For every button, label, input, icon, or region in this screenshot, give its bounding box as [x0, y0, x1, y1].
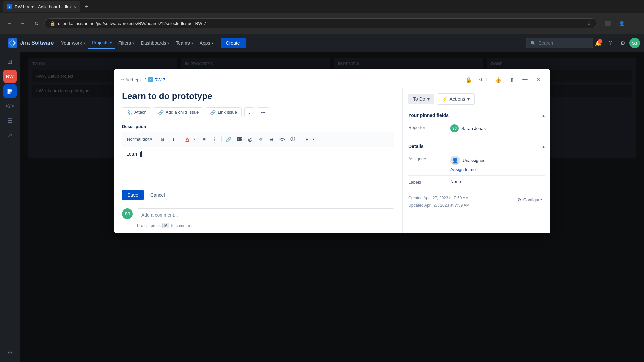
address-bar[interactable]: 🔒 uifeed.atlassian.net/jira/software/pro…: [44, 18, 597, 28]
nav-projects[interactable]: Projects ▾: [88, 37, 115, 49]
share-button[interactable]: ⬆: [506, 74, 517, 85]
labels-field-row: Labels None: [408, 175, 545, 188]
emoji-button[interactable]: ☺: [256, 135, 265, 144]
todo-status-button[interactable]: To Do ▾: [408, 94, 434, 104]
issue-modal: ✏ Add epic / ✓ RW-7 🔒 👁 1: [114, 69, 550, 233]
menu-button[interactable]: ⋮: [630, 19, 640, 27]
more-actions-button[interactable]: •••: [257, 107, 269, 117]
issue-title[interactable]: Learn to do prototype: [122, 90, 394, 102]
expand-actions-button[interactable]: ⌄: [244, 107, 254, 117]
issue-type-icon: ✓: [148, 77, 153, 82]
forward-button[interactable]: →: [17, 18, 28, 29]
settings-button[interactable]: ⚙: [617, 38, 628, 48]
new-tab-button[interactable]: +: [82, 2, 91, 12]
bold-button[interactable]: B: [158, 135, 167, 144]
jira-logo[interactable]: Jira Software: [4, 38, 58, 48]
nav-teams[interactable]: Teams ▾: [172, 38, 196, 48]
save-button[interactable]: Save: [122, 190, 144, 200]
reporter-label: Reporter: [408, 124, 445, 130]
assignee-field-row: Assignee 👤 Unassigned Assign to me: [408, 152, 545, 175]
roadmap-icon[interactable]: ↗: [3, 129, 17, 142]
back-button[interactable]: ←: [4, 18, 15, 29]
chevron-down-icon: ▾: [191, 41, 193, 45]
details-header[interactable]: Details ▴: [408, 141, 545, 152]
assign-me-link[interactable]: Assign to me: [450, 167, 486, 172]
issue-key-link[interactable]: ✓ RW-7: [148, 77, 165, 82]
watch-button[interactable]: 👁 1: [477, 76, 490, 84]
help-button[interactable]: ?: [605, 38, 616, 48]
active-browser-tab[interactable]: J RW board - Agile board - Jira ×: [3, 1, 80, 12]
commenter-avatar: SJ: [122, 208, 133, 219]
table-button[interactable]: ⊟: [267, 135, 276, 144]
breadcrumb: ✏ Add epic / ✓ RW-7: [121, 77, 165, 82]
info-button[interactable]: ⓘ: [288, 135, 298, 144]
description-editor[interactable]: Learn |: [122, 147, 394, 187]
code-block-button[interactable]: <>: [277, 135, 287, 144]
project-icon[interactable]: RW: [3, 70, 17, 83]
plus-chevron-icon: ▾: [313, 137, 314, 141]
text-format-select[interactable]: Normal text ▾: [126, 136, 154, 143]
add-epic-label: Add epic: [125, 77, 143, 82]
extensions-button[interactable]: ⬛: [602, 19, 613, 27]
comment-input[interactable]: Add a comment...: [137, 208, 394, 221]
close-tab-button[interactable]: ×: [73, 4, 76, 9]
pencil-icon: ✏: [121, 77, 124, 82]
labels-label: Labels: [408, 179, 445, 185]
jira-logo-icon: [8, 38, 17, 48]
create-button[interactable]: Create: [221, 38, 246, 48]
add-child-issue-button[interactable]: 🔗 Add a child issue: [154, 107, 203, 117]
attach-button[interactable]: 📎 Attach: [122, 107, 151, 117]
backlog-icon[interactable]: ☰: [3, 114, 17, 127]
configure-button[interactable]: ⚙ Configure: [515, 195, 545, 205]
text-cursor: |: [140, 151, 142, 157]
bullet-list-button[interactable]: ≡: [199, 135, 209, 144]
chevron-down-icon: ▾: [167, 41, 169, 45]
keyboard-shortcut-key: M: [162, 223, 169, 228]
reload-button[interactable]: ↻: [31, 18, 42, 29]
lock-action-button[interactable]: 🔒: [463, 74, 474, 85]
apps-grid-icon[interactable]: ⊞: [3, 55, 17, 68]
meta-info: Created April 27, 2023 at 7:59 AM Update…: [408, 195, 545, 209]
issue-key: RW-7: [154, 77, 165, 82]
eye-icon: 👁: [479, 77, 484, 82]
actions-dropdown-button[interactable]: ⚡ Actions ▾: [437, 93, 475, 105]
board-icon[interactable]: ▦: [3, 84, 17, 98]
lock-icon: 🔒: [50, 21, 55, 26]
nav-your-work[interactable]: Your work ▾: [58, 38, 88, 48]
mention-button[interactable]: @: [245, 135, 255, 144]
code-icon[interactable]: </>: [3, 99, 17, 113]
insert-plus-button[interactable]: +: [302, 135, 311, 144]
vote-button[interactable]: 👍: [493, 74, 503, 85]
color-button[interactable]: A: [182, 135, 192, 144]
reporter-field-row: Reporter SJ Sarah Jonas: [408, 121, 545, 136]
add-epic-link[interactable]: ✏ Add epic: [121, 77, 143, 82]
cancel-button[interactable]: Cancel: [146, 190, 169, 200]
labels-value[interactable]: None: [450, 179, 461, 184]
bookmark-icon[interactable]: ☆: [587, 21, 591, 26]
link-toolbar-button[interactable]: 🔗: [224, 135, 233, 144]
nav-dashboards[interactable]: Dashboards ▾: [138, 38, 173, 48]
pinned-fields-header[interactable]: Your pinned fields ▴: [408, 110, 545, 121]
close-modal-button[interactable]: ✕: [533, 75, 543, 85]
child-issue-icon: 🔗: [158, 110, 164, 115]
assignee-value[interactable]: 👤 Unassigned: [450, 156, 486, 165]
user-avatar[interactable]: SJ: [629, 38, 640, 48]
settings-sidebar-icon[interactable]: ⚙: [3, 346, 17, 359]
nav-filters[interactable]: Filters ▾: [115, 38, 138, 48]
configure-label: Configure: [523, 196, 542, 204]
nav-apps[interactable]: Apps ▾: [196, 38, 217, 48]
search-bar[interactable]: 🔍 Search: [526, 38, 593, 48]
actions-chevron-icon: ▾: [467, 96, 470, 102]
notifications-button[interactable]: 🔔 1: [593, 38, 604, 48]
search-placeholder: Search: [538, 40, 553, 46]
link-issue-button[interactable]: 🔗 Link issue: [206, 107, 241, 117]
actions-label: Actions: [450, 96, 465, 102]
numbered-list-button[interactable]: ⋮: [210, 135, 219, 144]
created-text: Created April 27, 2023 at 7:59 AM: [408, 195, 470, 202]
more-options-button[interactable]: •••: [520, 74, 530, 85]
italic-button[interactable]: I: [169, 135, 178, 144]
attach-label: Attach: [134, 110, 147, 115]
reporter-value: SJ Sarah Jonas: [450, 124, 486, 132]
image-button[interactable]: 🖼: [234, 135, 244, 144]
add-child-label: Add a child issue: [166, 110, 199, 115]
